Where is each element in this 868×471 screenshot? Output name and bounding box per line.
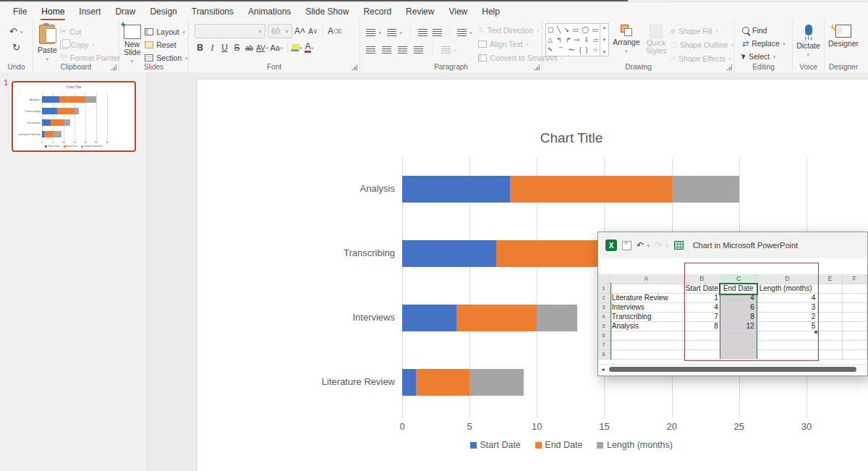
- menu-item-insert[interactable]: Insert: [72, 4, 108, 20]
- shape-glyph-icon[interactable]: ╲: [557, 26, 561, 33]
- cell-E5[interactable]: [818, 321, 842, 331]
- font-size-combo[interactable]: 60∨: [268, 24, 292, 38]
- cell-B7[interactable]: [683, 340, 720, 349]
- save-icon[interactable]: [622, 241, 631, 250]
- bar-segment-end-date-analysis[interactable]: [510, 176, 672, 203]
- line-spacing-button[interactable]: ∨: [457, 26, 473, 38]
- cell-B5[interactable]: 8: [683, 321, 720, 331]
- cell-F4[interactable]: [842, 312, 867, 321]
- cell-F3[interactable]: [842, 302, 867, 312]
- cell-A5[interactable]: Analysis: [609, 321, 683, 331]
- cell-A7[interactable]: [609, 340, 683, 349]
- menu-item-design[interactable]: Design: [142, 4, 184, 20]
- excel-redo-button[interactable]: ↷∨: [655, 239, 669, 252]
- shape-glyph-icon[interactable]: {: [579, 46, 582, 54]
- spreadsheet[interactable]: ABCDEF1Start DateEnd DateLength (months)…: [598, 274, 867, 360]
- row-header-6[interactable]: 6: [598, 331, 609, 340]
- quick-styles-button[interactable]: Quick Styles: [642, 22, 670, 59]
- shape-glyph-icon[interactable]: ▢: [548, 26, 554, 33]
- paste-button[interactable]: Paste ∨: [38, 22, 57, 59]
- bar-segment-end-date-interviews[interactable]: [456, 305, 537, 331]
- cell-D5[interactable]: 5: [757, 321, 818, 331]
- scroll-up-icon[interactable]: ▲: [603, 25, 607, 30]
- menu-item-home[interactable]: Home: [34, 4, 72, 20]
- row-header-1[interactable]: 1: [598, 284, 609, 293]
- cell-F6[interactable]: [842, 331, 867, 340]
- menu-item-slide-show[interactable]: Slide Show: [298, 4, 356, 20]
- cell-F5[interactable]: [842, 321, 867, 331]
- cell-D8[interactable]: [757, 349, 818, 359]
- row-header-5[interactable]: 5: [598, 321, 609, 331]
- cell-A8[interactable]: [609, 349, 683, 359]
- character-spacing-button[interactable]: AV∨: [256, 41, 268, 54]
- legend-item-end-date[interactable]: End Date: [535, 440, 583, 450]
- cell-D6[interactable]: [757, 331, 818, 340]
- new-slide-button[interactable]: New Slide ∨: [122, 22, 142, 59]
- bar-segment-start-date-transcribing[interactable]: [402, 240, 496, 267]
- reset-button[interactable]: Reset: [145, 38, 188, 51]
- cell-F1[interactable]: [842, 284, 867, 293]
- cell-E4[interactable]: [818, 312, 842, 321]
- dictate-button[interactable]: Dictate ∨: [796, 22, 820, 59]
- redo-button[interactable]: ↻: [12, 41, 20, 54]
- gallery-more-icon[interactable]: ▼: [603, 50, 607, 54]
- row-header-8[interactable]: 8: [598, 349, 609, 359]
- bullets-button[interactable]: ∨: [366, 26, 382, 38]
- row-header-4[interactable]: 4: [598, 312, 609, 321]
- justify-button[interactable]: [414, 43, 423, 56]
- column-header-a[interactable]: A: [609, 274, 683, 284]
- cell-A6[interactable]: [609, 331, 683, 340]
- cell-B8[interactable]: [683, 349, 720, 359]
- font-dialog-launcher-icon[interactable]: [352, 64, 357, 70]
- drawing-dialog-launcher-icon[interactable]: [726, 64, 732, 70]
- bar-segment-start-date-interviews[interactable]: [402, 305, 456, 331]
- menu-item-animations[interactable]: Animations: [241, 4, 298, 20]
- excel-undo-button[interactable]: ↶∨: [637, 239, 650, 252]
- cell-F2[interactable]: [842, 293, 867, 302]
- cell-C1[interactable]: End Date: [720, 284, 757, 293]
- cell-C4[interactable]: 8: [720, 312, 757, 321]
- shape-fill-button[interactable]: ◆Shape Fill∨: [670, 25, 734, 37]
- cell-B4[interactable]: 7: [683, 312, 720, 321]
- shape-glyph-icon[interactable]: ↱: [566, 36, 571, 43]
- cell-A2[interactable]: Literature Review: [609, 293, 683, 302]
- menu-item-review[interactable]: Review: [399, 4, 441, 20]
- align-left-button[interactable]: [366, 43, 375, 56]
- shape-glyph-icon[interactable]: ☆: [592, 46, 598, 54]
- cell-D1[interactable]: Length (months): [757, 284, 818, 293]
- font-color-button[interactable]: A∨: [304, 41, 315, 54]
- cell-E2[interactable]: [818, 293, 842, 302]
- shape-glyph-icon[interactable]: ⇩: [584, 36, 590, 43]
- row-header-7[interactable]: 7: [598, 340, 609, 349]
- shape-glyph-icon[interactable]: ↰: [556, 36, 562, 43]
- shape-outline-button[interactable]: ▢Shape Outline∨: [670, 38, 734, 51]
- undo-button[interactable]: ↶∨: [9, 25, 24, 38]
- cell-B3[interactable]: 4: [683, 302, 720, 312]
- legend-item-length-months-[interactable]: Length (months): [597, 440, 673, 450]
- clipboard-dialog-launcher-icon[interactable]: [111, 64, 116, 70]
- legend-item-start-date[interactable]: Start Date: [470, 440, 521, 450]
- cell-C3[interactable]: 6: [720, 302, 757, 312]
- menu-item-file[interactable]: File: [6, 4, 34, 20]
- shape-glyph-icon[interactable]: 〜: [569, 46, 575, 54]
- shapes-gallery-scrollbar[interactable]: ▲ ▼ ▼: [600, 24, 608, 56]
- shape-glyph-icon[interactable]: ↘: [564, 26, 570, 33]
- shape-glyph-icon[interactable]: }: [586, 46, 588, 54]
- select-button[interactable]: Select∨: [742, 51, 776, 61]
- excel-title-bar[interactable]: X ↶∨ ↷∨ Chart in Microsoft PowerPoint: [598, 232, 867, 258]
- menu-item-draw[interactable]: Draw: [108, 4, 142, 20]
- cell-C6[interactable]: [720, 331, 757, 340]
- copy-button[interactable]: Copy∨: [60, 38, 120, 51]
- shape-glyph-icon[interactable]: ▭: [572, 26, 579, 33]
- menu-item-transitions[interactable]: Transitions: [184, 4, 241, 20]
- cell-D7[interactable]: [757, 340, 818, 349]
- cell-C5[interactable]: 12: [720, 321, 757, 331]
- bar-segment-length-months--interviews[interactable]: [537, 305, 577, 331]
- cell-A3[interactable]: Interviews: [609, 302, 683, 312]
- bar-segment-length-months--analysis[interactable]: [672, 176, 739, 203]
- cell-A1[interactable]: [609, 284, 683, 293]
- shape-glyph-icon[interactable]: ✎: [548, 46, 553, 54]
- format-painter-button[interactable]: Format Painter: [60, 51, 120, 64]
- cell-E7[interactable]: [818, 340, 842, 349]
- cell-B1[interactable]: Start Date: [683, 284, 720, 293]
